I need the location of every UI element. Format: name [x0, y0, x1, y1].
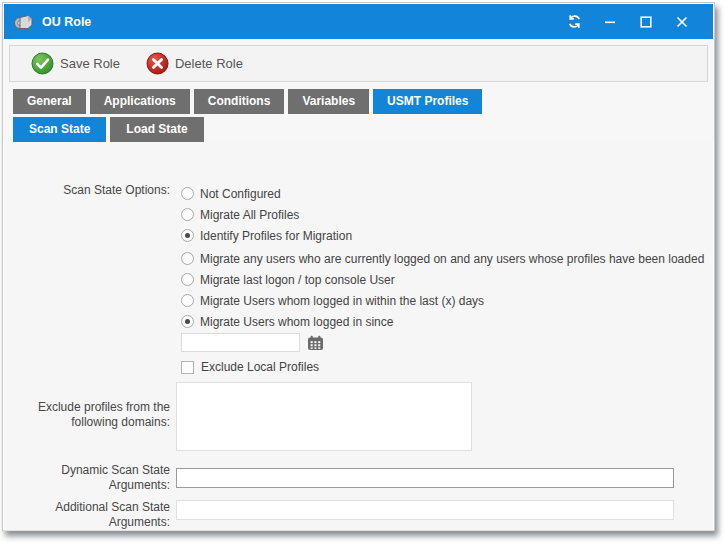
toolbar-region: Save Role Delete Role	[3, 39, 714, 88]
radio-migrate-last-logon[interactable]: Migrate last logon / top console User	[176, 269, 703, 290]
maximize-button[interactable]	[635, 11, 657, 33]
tab-scan-state[interactable]: Scan State	[13, 117, 106, 142]
additional-args-label: Additional Scan State Arguments:	[14, 500, 176, 530]
tab-load-state[interactable]: Load State	[110, 117, 203, 142]
exclude-local-profiles-row[interactable]: Exclude Local Profiles	[181, 360, 703, 374]
radio-label: Migrate last logon / top console User	[200, 273, 395, 287]
tab-usmt-profiles[interactable]: USMT Profiles	[373, 89, 482, 114]
radio-identify-profiles[interactable]: Identify Profiles for Migration	[176, 225, 703, 246]
ou-role-window: OU Role	[2, 2, 715, 531]
calendar-picker-button[interactable]	[307, 335, 324, 351]
radio-circle[interactable]	[181, 315, 194, 328]
radio-label: Identify Profiles for Migration	[200, 229, 352, 243]
title-bar: OU Role	[4, 4, 713, 39]
migration-scope-group: Migrate any users who are currently logg…	[176, 248, 703, 332]
radio-label: Migrate Users whom logged in since	[200, 315, 393, 329]
minimize-button[interactable]	[599, 11, 621, 33]
scan-state-panel: Scan State Options: Not Configured Migra…	[4, 142, 713, 531]
delete-role-label: Delete Role	[175, 56, 243, 71]
sub-tab-bar: Scan State Load State	[13, 117, 714, 142]
scan-options-label: Scan State Options:	[14, 183, 176, 374]
close-button[interactable]	[671, 11, 693, 33]
tab-conditions[interactable]: Conditions	[194, 89, 285, 114]
save-role-label: Save Role	[60, 56, 120, 71]
radio-circle[interactable]	[181, 208, 194, 221]
calendar-icon	[307, 335, 324, 351]
dynamic-scan-args-input[interactable]	[176, 468, 674, 488]
radio-not-configured[interactable]: Not Configured	[176, 183, 703, 204]
role-icon	[14, 14, 33, 30]
radio-circle[interactable]	[181, 273, 194, 286]
tab-variables[interactable]: Variables	[288, 89, 369, 114]
close-icon	[676, 16, 688, 28]
save-role-button[interactable]: Save Role	[27, 50, 124, 77]
exclude-domains-textarea[interactable]	[176, 382, 472, 451]
exclude-local-profiles-label: Exclude Local Profiles	[201, 360, 319, 374]
exclude-domains-label: Exclude profiles from the following doma…	[14, 382, 176, 451]
radio-circle[interactable]	[181, 187, 194, 200]
maximize-icon	[640, 16, 652, 28]
tab-general[interactable]: General	[13, 89, 86, 114]
window-controls	[563, 11, 693, 33]
scan-options-row: Scan State Options: Not Configured Migra…	[14, 183, 703, 374]
tabs-region: General Applications Conditions Variable…	[3, 88, 714, 142]
tab-applications[interactable]: Applications	[90, 89, 190, 114]
toolbar: Save Role Delete Role	[9, 45, 708, 82]
exclude-domains-row: Exclude profiles from the following doma…	[14, 382, 703, 451]
radio-circle[interactable]	[181, 294, 194, 307]
dynamic-args-label: Dynamic Scan State Arguments:	[14, 463, 176, 493]
save-check-icon	[31, 52, 54, 75]
additional-scan-args-input[interactable]	[176, 500, 674, 520]
minimize-icon	[604, 16, 616, 28]
radio-migrate-logged-on-users[interactable]: Migrate any users who are currently logg…	[176, 248, 703, 269]
radio-circle[interactable]	[181, 252, 194, 265]
radio-label: Migrate any users who are currently logg…	[200, 252, 704, 266]
delete-role-button[interactable]: Delete Role	[142, 50, 247, 77]
window-title: OU Role	[42, 15, 563, 29]
main-tab-bar: General Applications Conditions Variable…	[13, 89, 714, 114]
refresh-button[interactable]	[563, 11, 585, 33]
exclude-local-profiles-checkbox[interactable]	[181, 361, 194, 374]
radio-circle[interactable]	[181, 229, 194, 242]
since-date-input[interactable]	[181, 333, 300, 352]
delete-x-icon	[146, 52, 169, 75]
radio-migrate-since[interactable]: Migrate Users whom logged in since	[176, 311, 703, 332]
refresh-icon	[567, 14, 582, 29]
additional-args-row: Additional Scan State Arguments:	[14, 500, 703, 530]
radio-label: Migrate All Profiles	[200, 208, 299, 222]
radio-label: Migrate Users whom logged in within the …	[200, 294, 484, 308]
radio-label: Not Configured	[200, 187, 281, 201]
radio-migrate-all-profiles[interactable]: Migrate All Profiles	[176, 204, 703, 225]
screen: OU Role	[0, 0, 724, 543]
since-date-row	[181, 333, 703, 352]
dynamic-args-row: Dynamic Scan State Arguments:	[14, 463, 703, 493]
radio-migrate-last-x-days[interactable]: Migrate Users whom logged in within the …	[176, 290, 703, 311]
